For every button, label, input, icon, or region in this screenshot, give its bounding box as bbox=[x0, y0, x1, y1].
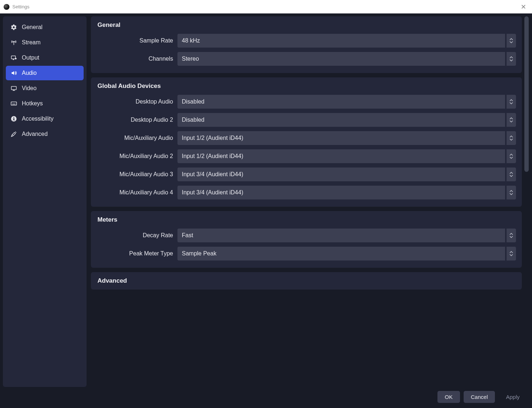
svg-rect-1 bbox=[11, 56, 15, 59]
select-value: Input 3/4 (Audient iD44) bbox=[177, 167, 505, 181]
select-value: Input 3/4 (Audient iD44) bbox=[177, 186, 505, 199]
form-row-desktop-audio: Desktop Audio Disabled bbox=[97, 95, 516, 109]
sidebar-item-label: Hotkeys bbox=[22, 100, 43, 107]
window-title: Settings bbox=[12, 4, 29, 9]
label-mic-aux-audio: Mic/Auxiliary Audio bbox=[97, 135, 173, 141]
antenna-icon bbox=[10, 39, 17, 46]
select-value: 48 kHz bbox=[177, 34, 505, 48]
gear-icon bbox=[10, 24, 17, 31]
select-mic-aux-audio-4[interactable]: Input 3/4 (Audient iD44) bbox=[177, 186, 516, 199]
select-sample-rate[interactable]: 48 kHz bbox=[177, 34, 516, 48]
sidebar-item-label: Advanced bbox=[22, 131, 48, 137]
titlebar: Settings ✕ bbox=[0, 0, 532, 13]
select-value: Input 1/2 (Audient iD44) bbox=[177, 131, 505, 145]
scrollbar-track[interactable] bbox=[524, 16, 529, 387]
sidebar-item-hotkeys[interactable]: Hotkeys bbox=[6, 96, 84, 111]
panel-meters: Meters Decay Rate Fast bbox=[91, 211, 522, 268]
spinner-icon[interactable] bbox=[507, 247, 516, 260]
panel-global-audio-devices: Global Audio Devices Desktop Audio Disab… bbox=[91, 77, 522, 207]
form-row-channels: Channels Stereo bbox=[97, 52, 516, 66]
accessibility-icon bbox=[10, 115, 17, 122]
monitor-record-icon bbox=[10, 54, 17, 61]
form-row-mic-aux-audio-4: Mic/Auxiliary Audio 4 Input 3/4 (Audient… bbox=[97, 186, 516, 199]
select-mic-aux-audio-2[interactable]: Input 1/2 (Audient iD44) bbox=[177, 149, 516, 163]
tools-icon bbox=[10, 130, 17, 138]
select-desktop-audio[interactable]: Disabled bbox=[177, 95, 516, 109]
form-row-decay-rate: Decay Rate Fast bbox=[97, 229, 516, 242]
spinner-icon[interactable] bbox=[507, 186, 516, 199]
monitor-icon bbox=[10, 85, 17, 92]
cancel-button[interactable]: Cancel bbox=[464, 391, 495, 403]
spinner-icon[interactable] bbox=[507, 34, 516, 48]
form-row-mic-aux-audio-3: Mic/Auxiliary Audio 3 Input 3/4 (Audient… bbox=[97, 167, 516, 181]
select-desktop-audio-2[interactable]: Disabled bbox=[177, 113, 516, 127]
scrollbar[interactable] bbox=[524, 16, 529, 387]
svg-rect-3 bbox=[11, 86, 16, 90]
spinner-icon[interactable] bbox=[507, 95, 516, 109]
form-row-sample-rate: Sample Rate 48 kHz bbox=[97, 34, 516, 48]
select-value: Sample Peak bbox=[177, 247, 505, 260]
spinner-icon[interactable] bbox=[507, 149, 516, 163]
footer: OK Cancel Apply bbox=[3, 388, 529, 405]
panel-general: General Sample Rate 48 kHz bbox=[91, 16, 522, 73]
sidebar-item-label: Video bbox=[22, 85, 37, 92]
panel-title: Meters bbox=[97, 216, 516, 223]
label-sample-rate: Sample Rate bbox=[97, 37, 173, 44]
panel-title: Global Audio Devices bbox=[97, 82, 516, 90]
select-channels[interactable]: Stereo bbox=[177, 52, 516, 66]
speaker-icon bbox=[10, 69, 17, 77]
label-decay-rate: Decay Rate bbox=[97, 232, 173, 239]
label-peak-meter-type: Peak Meter Type bbox=[97, 250, 173, 257]
sidebar-item-audio[interactable]: Audio bbox=[6, 66, 84, 80]
scrollbar-thumb[interactable] bbox=[524, 16, 529, 172]
spinner-icon[interactable] bbox=[507, 113, 516, 127]
sidebar-item-label: Audio bbox=[22, 70, 37, 76]
sidebar-item-label: Output bbox=[22, 54, 39, 61]
content-area: General Sample Rate 48 kHz bbox=[91, 16, 522, 387]
label-desktop-audio: Desktop Audio bbox=[97, 98, 173, 105]
sidebar-item-video[interactable]: Video bbox=[6, 81, 84, 96]
close-icon[interactable]: ✕ bbox=[519, 2, 528, 12]
keyboard-icon bbox=[10, 100, 17, 107]
sidebar-item-label: General bbox=[22, 24, 43, 31]
select-mic-aux-audio-3[interactable]: Input 3/4 (Audient iD44) bbox=[177, 167, 516, 181]
sidebar-item-advanced[interactable]: Advanced bbox=[6, 127, 84, 141]
spinner-icon[interactable] bbox=[507, 229, 516, 242]
form-row-mic-aux-audio-2: Mic/Auxiliary Audio 2 Input 1/2 (Audient… bbox=[97, 149, 516, 163]
form-row-peak-meter-type: Peak Meter Type Sample Peak bbox=[97, 247, 516, 260]
form-row-mic-aux-audio: Mic/Auxiliary Audio Input 1/2 (Audient i… bbox=[97, 131, 516, 145]
settings-window: General Stream Output Audio bbox=[0, 13, 532, 408]
select-decay-rate[interactable]: Fast bbox=[177, 229, 516, 242]
sidebar-item-general[interactable]: General bbox=[6, 20, 84, 35]
spinner-icon[interactable] bbox=[507, 131, 516, 145]
sidebar: General Stream Output Audio bbox=[3, 16, 87, 387]
sidebar-item-accessibility[interactable]: Accessibility bbox=[6, 112, 84, 126]
sidebar-item-label: Accessibility bbox=[22, 116, 53, 122]
label-channels: Channels bbox=[97, 56, 173, 62]
sidebar-item-output[interactable]: Output bbox=[6, 51, 84, 65]
svg-rect-4 bbox=[11, 102, 17, 105]
spinner-icon[interactable] bbox=[507, 167, 516, 181]
spinner-icon[interactable] bbox=[507, 52, 516, 66]
panel-advanced: Advanced bbox=[91, 272, 522, 290]
svg-point-2 bbox=[15, 58, 17, 60]
select-value: Input 1/2 (Audient iD44) bbox=[177, 149, 505, 163]
form-row-desktop-audio-2: Desktop Audio 2 Disabled bbox=[97, 113, 516, 127]
select-mic-aux-audio[interactable]: Input 1/2 (Audient iD44) bbox=[177, 131, 516, 145]
apply-button[interactable]: Apply bbox=[499, 391, 527, 403]
sidebar-item-stream[interactable]: Stream bbox=[6, 35, 84, 50]
label-mic-aux-audio-2: Mic/Auxiliary Audio 2 bbox=[97, 153, 173, 159]
select-value: Stereo bbox=[177, 52, 505, 66]
label-mic-aux-audio-4: Mic/Auxiliary Audio 4 bbox=[97, 189, 173, 196]
panel-title: Advanced bbox=[97, 277, 516, 284]
main-row: General Stream Output Audio bbox=[3, 16, 529, 387]
svg-point-6 bbox=[13, 117, 14, 118]
select-peak-meter-type[interactable]: Sample Peak bbox=[177, 247, 516, 260]
ok-button[interactable]: OK bbox=[437, 391, 460, 403]
select-value: Disabled bbox=[177, 95, 505, 109]
app-icon bbox=[4, 4, 9, 10]
panel-title: General bbox=[97, 21, 516, 29]
label-mic-aux-audio-3: Mic/Auxiliary Audio 3 bbox=[97, 171, 173, 178]
sidebar-item-label: Stream bbox=[22, 39, 41, 46]
select-value: Disabled bbox=[177, 113, 505, 127]
